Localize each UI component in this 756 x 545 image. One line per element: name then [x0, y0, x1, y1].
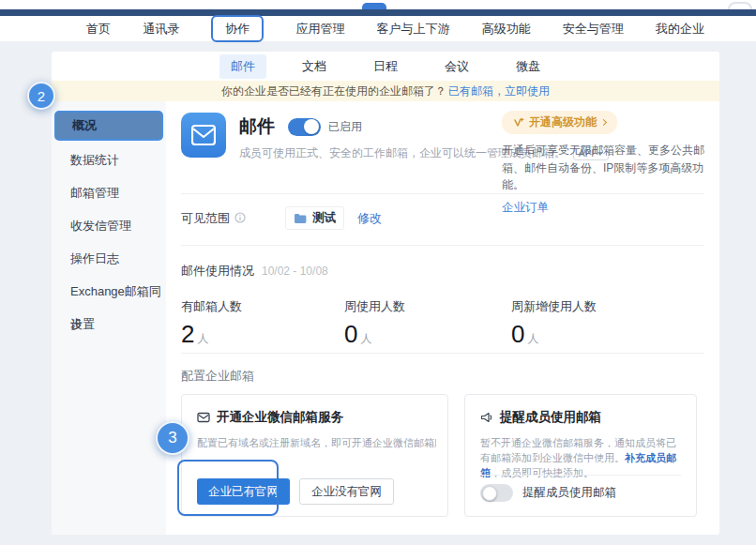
- banner-use-now-link[interactable]: 已有邮箱，立即使用: [448, 83, 550, 99]
- remind-members-toggle[interactable]: [480, 484, 513, 502]
- stat-label: 周使用人数: [344, 298, 405, 315]
- sidebar-item-send-receive-management[interactable]: 收发信管理: [52, 209, 166, 242]
- nav-item-contacts[interactable]: 通讯录: [143, 21, 179, 38]
- card-divider: [480, 475, 681, 476]
- tab-mail[interactable]: 邮件: [219, 54, 266, 79]
- modify-link[interactable]: 修改: [357, 210, 382, 227]
- stat-label: 周新增使用人数: [511, 298, 597, 315]
- usage-date-range: 10/02 - 10/08: [262, 265, 328, 278]
- nav-item-app-management[interactable]: 应用管理: [295, 21, 344, 38]
- top-navy-bar: [0, 9, 756, 16]
- usage-header: 邮件使用情况 10/02 - 10/08: [181, 263, 328, 280]
- top-navigation: 首页 通讯录 协作 应用管理 客户与上下游 高级功能 安全与管理 我的企业: [0, 16, 756, 41]
- envelope-outline-icon: [197, 412, 210, 423]
- open-premium-button[interactable]: 开通高级功能: [502, 111, 617, 134]
- remind-card-title-row: 提醒成员使用邮箱: [480, 409, 601, 426]
- mail-app-icon: [181, 113, 226, 158]
- enterprise-order-link[interactable]: 企业订单: [502, 200, 704, 216]
- activate-card-description: 配置已有域名或注册新域名，即可开通企业微信邮箱服务。: [197, 435, 436, 450]
- nav-item-home[interactable]: 首页: [86, 21, 111, 38]
- mail-sidebar: 概况 数据统计 邮箱管理 收发信管理 操作日志 Exchange邮箱同步 设置: [52, 101, 166, 535]
- visible-range-label: 可见范围: [181, 210, 230, 227]
- step3-badge: 3: [156, 421, 189, 455]
- mail-overview-main: 邮件 已启用 成员可使用正式、安全的工作邮箱，企业可以统一管理成员邮箱。 API: [166, 101, 719, 535]
- sidebar-item-settings[interactable]: 设置: [52, 308, 166, 341]
- sidebar-item-overview[interactable]: 概况: [54, 111, 163, 141]
- banner-question: 你的企业是否已经有正在使用的企业邮箱了？: [221, 83, 446, 99]
- stat-value: 0人: [511, 320, 597, 349]
- stat-unit: 人: [360, 332, 371, 345]
- toggle-knob: [482, 486, 497, 501]
- page-title: 邮件: [239, 114, 275, 139]
- tab-documents[interactable]: 文档: [291, 54, 338, 79]
- stat-value: 0人: [344, 320, 405, 349]
- tab-calendar[interactable]: 日程: [362, 54, 409, 79]
- stat-value: 2人: [181, 320, 242, 349]
- activate-card-buttons: 企业已有官网 企业没有官网: [197, 478, 394, 505]
- content-card: 邮件 文档 日程 会议 微盘 你的企业是否已经有正在使用的企业邮箱了？ 已有邮箱…: [52, 52, 719, 535]
- activate-mailbox-card: 开通企业微信邮箱服务 配置已有域名或注册新域名，即可开通企业微信邮箱服务。 企业…: [181, 394, 448, 517]
- nav-item-customers[interactable]: 客户与上下游: [377, 21, 450, 38]
- visible-range-tag: 测试: [312, 210, 336, 226]
- no-website-button[interactable]: 企业没有官网: [299, 478, 394, 505]
- sparkle-icon: [513, 117, 524, 129]
- nav-item-my-company[interactable]: 我的企业: [656, 21, 704, 38]
- tab-drive[interactable]: 微盘: [505, 54, 552, 79]
- sidebar-item-operation-logs[interactable]: 操作日志: [52, 242, 166, 275]
- usage-title: 邮件使用情况: [181, 263, 254, 280]
- activate-card-title-row: 开通企业微信邮箱服务: [197, 409, 343, 426]
- admin-console-page: 首页 通讯录 协作 应用管理 客户与上下游 高级功能 安全与管理 我的企业 邮件…: [0, 0, 756, 545]
- stat-unit: 人: [527, 332, 538, 345]
- premium-description: 开通后可享受无限邮箱容量、更多公共邮箱、邮件自动备份、IP限制等多项高级功能。: [502, 142, 704, 194]
- remind-toggle-row: 提醒成员使用邮箱: [480, 484, 616, 502]
- remind-toggle-label: 提醒成员使用邮箱: [522, 485, 616, 501]
- divider: [181, 353, 704, 354]
- stat-label: 有邮箱人数: [181, 298, 242, 315]
- mail-title-row: 邮件 已启用: [239, 114, 362, 139]
- tab-meetings[interactable]: 会议: [433, 54, 480, 79]
- stat-unit: 人: [197, 332, 208, 345]
- existing-mailbox-banner: 你的企业是否已经有正在使用的企业邮箱了？ 已有邮箱，立即使用: [52, 81, 719, 101]
- activate-card-title: 开通企业微信邮箱服务: [217, 409, 343, 426]
- stat-new-weekly-users: 周新增使用人数 0人: [511, 298, 597, 349]
- mail-status-label: 已启用: [328, 119, 362, 135]
- nav-item-collaboration[interactable]: 协作: [225, 22, 249, 36]
- info-icon[interactable]: [234, 210, 246, 227]
- stat-weekly-users: 周使用人数 0人: [344, 298, 405, 349]
- divider: [181, 193, 704, 194]
- folder-icon: [294, 213, 307, 224]
- envelope-icon: [191, 125, 216, 145]
- stat-mailbox-count: 有邮箱人数 2人: [181, 298, 242, 349]
- premium-feature-block: 开通高级功能 开通后可享受无限邮箱容量、更多公共邮箱、邮件自动备份、IP限制等多…: [502, 111, 704, 216]
- remind-card-title: 提醒成员使用邮箱: [500, 409, 601, 426]
- visible-range-row: 可见范围 测试 修改: [181, 206, 382, 230]
- collaboration-subtabs: 邮件 文档 日程 会议 微盘: [52, 52, 719, 81]
- visible-range-tag-chip: 测试: [285, 206, 344, 230]
- sidebar-item-mailbox-management[interactable]: 邮箱管理: [52, 176, 166, 209]
- divider: [181, 245, 704, 246]
- sidebar-item-exchange-sync[interactable]: Exchange邮箱同步: [52, 275, 166, 308]
- chevron-right-icon: [600, 119, 607, 126]
- remind-card-description: 暂不开通企业微信邮箱服务，通知成员将已有邮箱添加到企业微信中使用。补充成员邮箱，…: [480, 435, 685, 480]
- nav-item-collaboration-selected-box[interactable]: 协作: [211, 15, 264, 42]
- announcement-icon: [480, 412, 493, 423]
- has-website-button[interactable]: 企业已有官网: [197, 478, 290, 505]
- step2-badge: 2: [27, 82, 55, 110]
- nav-item-advanced-features[interactable]: 高级功能: [482, 21, 531, 38]
- toggle-knob: [304, 119, 319, 134]
- nav-item-security-management[interactable]: 安全与管理: [563, 21, 624, 38]
- configure-mailbox-label: 配置企业邮箱: [181, 368, 254, 385]
- mail-enabled-toggle[interactable]: [288, 118, 321, 136]
- premium-pill-label: 开通高级功能: [529, 114, 597, 130]
- remind-description-after: ，成员即可快捷添加。: [491, 467, 594, 478]
- remind-members-card: 提醒成员使用邮箱 暂不开通企业微信邮箱服务，通知成员将已有邮箱添加到企业微信中使…: [464, 394, 697, 517]
- sidebar-item-data-stats[interactable]: 数据统计: [52, 144, 166, 176]
